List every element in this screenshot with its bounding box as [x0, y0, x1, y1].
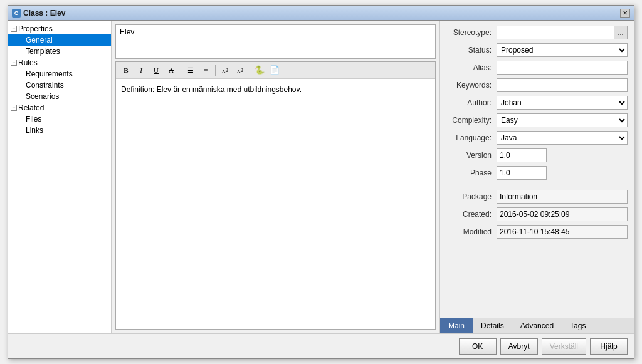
cancel-button[interactable]: Avbryt	[500, 338, 538, 355]
keywords-label: Keywords:	[446, 81, 497, 90]
author-select[interactable]: Johan	[497, 96, 628, 110]
tree-item-requirements[interactable]: Requirements	[8, 68, 111, 80]
numbering-button[interactable]: ≡	[199, 64, 213, 76]
toolbar-sep-3	[250, 65, 250, 76]
expand-icon-properties: −	[11, 26, 17, 32]
language-select[interactable]: Java C++ Python	[497, 131, 628, 145]
field-row-language: Language: Java C++ Python	[446, 131, 628, 145]
expand-icon-related: −	[11, 105, 17, 111]
package-label: Package	[446, 192, 497, 201]
editor-container: B I U A ☰ ≡ x2 x2 🐍 📄 Definition:	[115, 61, 436, 330]
status-select[interactable]: Proposed Approved Deprecated	[497, 43, 628, 57]
field-row-complexity: Complexity: Easy Medium Hard	[446, 113, 628, 127]
complexity-label: Complexity:	[446, 116, 497, 125]
close-button[interactable]: ✕	[620, 9, 630, 18]
version-input[interactable]	[497, 148, 547, 162]
link-manniska[interactable]: människa	[192, 85, 224, 94]
apply-button[interactable]: Verkställ	[542, 338, 586, 355]
alias-input[interactable]	[497, 61, 628, 75]
help-button[interactable]: Hjälp	[590, 338, 628, 355]
link-utbildningsbehov[interactable]: utbildningsbehov	[243, 85, 299, 94]
tree-item-general[interactable]: General	[8, 34, 111, 46]
language-label: Language:	[446, 133, 497, 142]
editor-body[interactable]: Definition: Elev är en människa med utbi…	[116, 79, 435, 329]
underline-button[interactable]: U	[149, 64, 163, 76]
right-fields: Stereotype: ... Status: Proposed Approve…	[440, 21, 634, 318]
keywords-input[interactable]	[497, 78, 628, 92]
tree-label-rules: Rules	[18, 58, 38, 67]
tree-item-files[interactable]: Files	[8, 113, 111, 125]
tree-label-related: Related	[18, 103, 44, 112]
tree-label-constraints: Constraints	[26, 81, 64, 90]
class-dialog: C Class : Elev ✕ − Properties General Te…	[8, 5, 634, 359]
author-label: Author:	[446, 98, 497, 107]
link-elev[interactable]: Elev	[157, 85, 171, 94]
main-content: Elev B I U A ☰ ≡ x2 x2 🐍 📄	[112, 21, 439, 333]
package-value: Information	[497, 190, 628, 204]
tree-item-templates[interactable]: Templates	[8, 46, 111, 57]
expand-icon-rules: −	[11, 60, 17, 66]
dialog-title: Class : Elev	[23, 9, 620, 18]
toolbar-sep-1	[181, 65, 181, 76]
field-row-modified: Modified 2016-11-10 15:48:45	[446, 225, 628, 239]
tree-item-properties[interactable]: − Properties	[8, 23, 111, 34]
editor-toolbar: B I U A ☰ ≡ x2 x2 🐍 📄	[116, 62, 435, 79]
text-ar-en: är en	[171, 85, 192, 94]
created-value: 2016-05-02 09:25:09	[497, 207, 628, 221]
field-row-created: Created: 2016-05-02 09:25:09	[446, 207, 628, 221]
field-row-author: Author: Johan	[446, 96, 628, 110]
created-label: Created:	[446, 210, 497, 219]
field-row-stereotype: Stereotype: ...	[446, 26, 628, 39]
tree-panel: − Properties General Templates − Rules	[8, 21, 112, 333]
phase-label: Phase	[446, 169, 497, 177]
text-med: med	[224, 85, 243, 94]
status-label: Status:	[446, 46, 497, 55]
stereotype-input-group: ...	[497, 26, 628, 39]
tree-item-constraints[interactable]: Constraints	[8, 80, 111, 91]
dialog-body: − Properties General Templates − Rules	[8, 21, 634, 333]
right-panel: Stereotype: ... Status: Proposed Approve…	[439, 21, 634, 333]
image-button[interactable]: 📄	[268, 64, 282, 76]
phase-input[interactable]	[497, 166, 547, 180]
tab-main[interactable]: Main	[440, 318, 473, 333]
tree-label-requirements: Requirements	[26, 70, 73, 78]
tree-item-scenarios[interactable]: Scenarios	[8, 91, 111, 102]
strikethrough-button[interactable]: A	[164, 64, 178, 76]
title-bar: C Class : Elev ✕	[8, 6, 634, 21]
ok-button[interactable]: OK	[459, 338, 497, 355]
code-button[interactable]: 🐍	[253, 64, 266, 76]
superscript-button[interactable]: x2	[218, 64, 232, 76]
section-spacer	[446, 184, 628, 190]
name-field[interactable]: Elev	[115, 24, 436, 59]
field-row-package: Package Information	[446, 190, 628, 204]
tree-label-general: General	[26, 36, 53, 44]
tab-tags[interactable]: Tags	[562, 318, 594, 333]
tree-label-files: Files	[26, 115, 41, 123]
text-period: .	[300, 85, 302, 94]
tree-item-rules[interactable]: − Rules	[8, 57, 111, 68]
bullets-button[interactable]: ☰	[184, 64, 197, 76]
alias-label: Alias:	[446, 63, 497, 72]
modified-label: Modified	[446, 227, 497, 236]
complexity-select[interactable]: Easy Medium Hard	[497, 113, 628, 127]
stereotype-dots-button[interactable]: ...	[614, 26, 628, 39]
tree-label-templates: Templates	[26, 47, 60, 56]
stereotype-input[interactable]	[497, 26, 614, 39]
tree-item-related[interactable]: − Related	[8, 102, 111, 113]
tab-advanced[interactable]: Advanced	[512, 318, 562, 333]
bottom-bar: OK Avbryt Verkställ Hjälp	[8, 333, 634, 358]
tree-label-properties: Properties	[18, 24, 53, 33]
bold-button[interactable]: B	[119, 64, 133, 76]
toolbar-sep-2	[215, 65, 216, 76]
tree-item-links[interactable]: Links	[8, 125, 111, 136]
italic-button[interactable]: I	[134, 64, 148, 76]
modified-value: 2016-11-10 15:48:45	[497, 225, 628, 239]
field-row-alias: Alias:	[446, 61, 628, 75]
field-row-version: Version	[446, 148, 628, 162]
definition-prefix: Definition:	[121, 85, 157, 94]
tab-details[interactable]: Details	[473, 318, 512, 333]
dialog-icon: C	[12, 9, 21, 18]
tree-label-links: Links	[26, 126, 43, 135]
subscript-button[interactable]: x2	[233, 64, 247, 76]
tree-label-scenarios: Scenarios	[26, 92, 59, 101]
